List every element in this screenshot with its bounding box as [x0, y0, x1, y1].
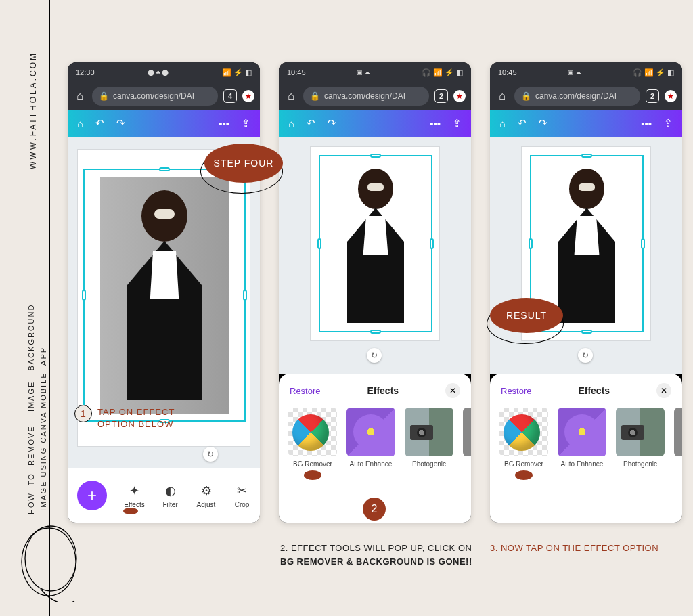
effects-panel: Restore Effects ✕ BG Remover Auto Enhanc…: [490, 374, 682, 523]
effects-row: BG Remover Auto Enhance Photogenic: [490, 403, 682, 484]
rotate-icon[interactable]: ↻: [367, 348, 382, 363]
page-headline: HOW TO REMOVE IMAGE BACKGROUND IMAGE USI…: [26, 304, 49, 514]
tool-effects[interactable]: ✦ Effects: [118, 483, 152, 508]
selection-box[interactable]: [83, 169, 246, 422]
tool-label: Filter: [162, 501, 177, 508]
more-icon[interactable]: •••: [219, 118, 229, 129]
tool-crop[interactable]: ✂ Crop: [225, 483, 259, 508]
lock-icon: 🔒: [99, 91, 109, 101]
effects-highlight-dot: [123, 508, 138, 514]
canvas-area[interactable]: ↻: [279, 137, 471, 374]
status-time: 10:45: [498, 68, 517, 76]
extension-icon[interactable]: ★: [242, 90, 254, 102]
share-icon[interactable]: ⇪: [664, 117, 673, 129]
status-bar: 10:45 ▣ ☁ 🎧 📶 ⚡ ◧: [279, 62, 471, 83]
status-bar: 10:45 ▣ ☁ 🎧 📶 ⚡ ◧: [490, 62, 682, 83]
tab-count[interactable]: 2: [646, 89, 659, 103]
share-icon[interactable]: ⇪: [453, 117, 462, 129]
tab-count[interactable]: 4: [223, 89, 237, 103]
effect-bg-remover[interactable]: BG Remover: [288, 408, 337, 480]
canva-home-icon[interactable]: ⌂: [288, 118, 294, 129]
tool-filter[interactable]: ◐ Filter: [154, 483, 187, 508]
caption-step-2: 2. EFFECT TOOLS WILL POP UP, CLICK ONBG …: [280, 542, 472, 568]
canva-home-icon[interactable]: ⌂: [499, 118, 506, 129]
restore-button[interactable]: Restore: [501, 386, 532, 396]
extension-icon[interactable]: ★: [665, 90, 677, 102]
undo-icon[interactable]: ↶: [95, 117, 104, 129]
share-icon[interactable]: ⇪: [242, 117, 250, 129]
person-no-bg: [539, 160, 634, 327]
status-time: 12:30: [76, 68, 95, 76]
phone-result: 10:45 ▣ ☁ 🎧 📶 ⚡ ◧ ⌂ 🔒 canva.com/design/D…: [490, 62, 682, 523]
canva-top-bar: ⌂ ↶ ↷ ••• ⇪: [490, 110, 682, 137]
undo-icon[interactable]: ↶: [518, 117, 527, 129]
phone-row: 12:30 ⬤ ♣ ⬤ 📶 ⚡ ◧ ⌂ 🔒 canva.com/design/D…: [68, 62, 682, 523]
filter-icon: ◐: [165, 483, 176, 498]
effects-title: Effects: [578, 385, 610, 396]
svg-rect-7: [367, 183, 384, 191]
address-field[interactable]: 🔒 canva.com/design/DAI: [303, 87, 429, 106]
selection-box[interactable]: [319, 155, 432, 332]
phone-step-four: 12:30 ⬤ ♣ ⬤ 📶 ⚡ ◧ ⌂ 🔒 canva.com/design/D…: [68, 62, 260, 523]
effect-bg-remover[interactable]: BG Remover: [499, 408, 548, 480]
effect-more[interactable]: [463, 408, 471, 480]
effect-photogenic[interactable]: Photogenic: [616, 408, 665, 480]
bg-remover-highlight: [515, 470, 533, 480]
status-left-icons: ▣ ☁: [357, 69, 371, 76]
more-icon[interactable]: •••: [430, 118, 441, 129]
effect-auto-enhance[interactable]: Auto Enhance: [346, 408, 395, 480]
address-field[interactable]: 🔒 canva.com/design/DAI: [92, 87, 218, 106]
status-time: 10:45: [287, 68, 306, 76]
design-page[interactable]: [77, 149, 250, 447]
tip-text-1: TAP ON EFFECTOPTION BELOW: [97, 406, 175, 430]
svg-rect-5: [154, 209, 175, 219]
svg-rect-9: [579, 183, 595, 191]
home-icon[interactable]: ⌂: [495, 89, 509, 103]
canva-home-icon[interactable]: ⌂: [77, 118, 83, 129]
tool-label: Adjust: [197, 501, 216, 508]
browser-url-bar: ⌂ 🔒 canva.com/design/DAI 2 ★: [279, 83, 471, 110]
tab-count[interactable]: 2: [434, 89, 448, 103]
status-bar: 12:30 ⬤ ♣ ⬤ 📶 ⚡ ◧: [68, 62, 260, 83]
undo-icon[interactable]: ↶: [307, 117, 315, 129]
redo-icon[interactable]: ↷: [539, 117, 547, 129]
rotate-icon[interactable]: ↻: [578, 348, 593, 363]
effect-auto-enhance[interactable]: Auto Enhance: [558, 408, 606, 480]
phone-effects-panel: 10:45 ▣ ☁ 🎧 📶 ⚡ ◧ ⌂ 🔒 canva.com/design/D…: [279, 62, 471, 523]
extension-icon[interactable]: ★: [453, 90, 466, 102]
crop-icon: ✂: [237, 483, 247, 498]
home-icon[interactable]: ⌂: [73, 89, 87, 103]
canva-top-bar: ⌂ ↶ ↷ ••• ⇪: [279, 110, 471, 137]
add-button[interactable]: +: [77, 481, 107, 510]
status-left-icons: ⬤ ♣ ⬤: [148, 69, 169, 76]
status-right-icons: 🎧 📶 ⚡ ◧: [422, 68, 463, 77]
restore-button[interactable]: Restore: [290, 386, 321, 396]
result-badge: RESULT: [490, 298, 563, 333]
bg-remover-highlight: [304, 470, 321, 480]
effect-label: Auto Enhance: [561, 460, 604, 468]
effect-more[interactable]: [674, 408, 682, 480]
person-no-bg: [328, 160, 423, 327]
redo-icon[interactable]: ↷: [116, 117, 125, 129]
address-field[interactable]: 🔒 canva.com/design/DAI: [514, 87, 640, 106]
site-url: WWW.FAITHOLA.COM: [28, 51, 38, 169]
more-icon[interactable]: •••: [641, 118, 652, 129]
home-icon[interactable]: ⌂: [284, 89, 298, 103]
redo-icon[interactable]: ↷: [328, 117, 336, 129]
tool-adjust[interactable]: ⚙ Adjust: [189, 483, 223, 508]
effect-photogenic[interactable]: Photogenic: [405, 408, 453, 480]
adjust-icon: ⚙: [201, 483, 212, 498]
design-page[interactable]: [310, 146, 440, 341]
step-number-2: 2: [363, 498, 386, 521]
rotate-icon[interactable]: ↻: [203, 447, 218, 462]
close-icon[interactable]: ✕: [656, 383, 671, 398]
svg-point-1: [22, 528, 76, 596]
close-icon[interactable]: ✕: [445, 383, 460, 398]
effect-label: Auto Enhance: [350, 460, 393, 468]
browser-url-bar: ⌂ 🔒 canva.com/design/DAI 2 ★: [490, 83, 682, 110]
lock-icon: 🔒: [521, 91, 531, 101]
tool-label: Crop: [235, 501, 250, 508]
step-badge: STEP FOUR: [204, 144, 283, 183]
effect-label: Photogenic: [412, 460, 446, 468]
person-illustration: [100, 177, 229, 414]
